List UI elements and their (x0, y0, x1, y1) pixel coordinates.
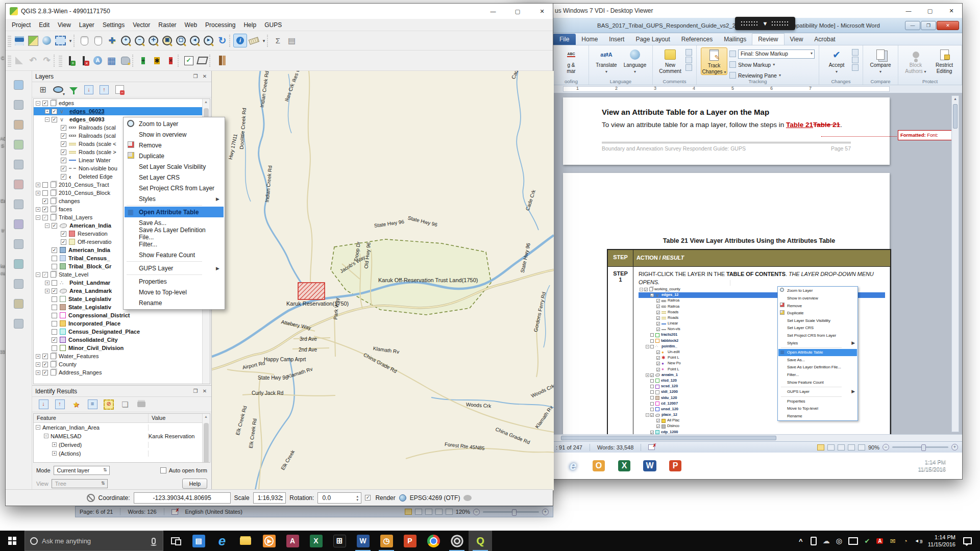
ribbon-tab[interactable]: Home (576, 34, 603, 45)
context-menu-item[interactable]: Show in overview (125, 129, 224, 140)
translate-button[interactable]: Translate▾ (593, 47, 620, 74)
context-menu-item[interactable]: Properties (125, 276, 224, 287)
expander-icon[interactable] (36, 207, 40, 212)
zoom-in-button[interactable]: + (542, 509, 549, 515)
add-group-icon[interactable] (37, 84, 48, 95)
sep[interactable] (54, 55, 58, 67)
context-menu-item[interactable]: Save As Layer Definition File... (125, 228, 224, 239)
menu-item[interactable]: Web (181, 20, 201, 30)
word-close-button[interactable]: ✕ (937, 21, 959, 30)
outlook-tray-icon[interactable] (902, 537, 909, 545)
previous-comment-icon[interactable] (685, 57, 692, 63)
layer-checkbox[interactable] (42, 354, 48, 359)
layer-checkbox[interactable] (52, 223, 57, 229)
paste-feature-icon[interactable] (12, 237, 26, 251)
stop-edit-icon[interactable] (77, 54, 91, 67)
identify-row[interactable]: NAMELSADKaruk Reservation (34, 432, 210, 440)
layer-checkbox[interactable] (42, 198, 48, 204)
expander-icon[interactable] (36, 354, 40, 359)
layer-row[interactable]: Consolidated_City (34, 336, 210, 344)
merge-icon[interactable] (12, 297, 26, 311)
collapse-tree-icon[interactable] (54, 398, 66, 411)
layer-checkbox[interactable] (42, 362, 48, 367)
layer-checkbox[interactable] (52, 256, 57, 261)
menu-item[interactable]: View (54, 20, 75, 30)
layer-checkbox[interactable] (61, 231, 66, 237)
layer-checkbox[interactable] (42, 272, 48, 278)
vdi-taskbar-icon[interactable] (589, 456, 609, 476)
web-layout-view-button[interactable] (838, 444, 845, 450)
taskbar-app[interactable] (281, 531, 304, 551)
statistics-icon[interactable] (271, 34, 285, 47)
reject-icon[interactable] (852, 49, 859, 56)
taskbar-app[interactable] (469, 531, 492, 551)
remove-layer-icon[interactable] (114, 84, 125, 95)
menu-item[interactable]: Raster (154, 20, 180, 30)
layer-checkbox[interactable] (61, 133, 66, 139)
sep[interactable] (132, 55, 136, 67)
pan-to-selection-icon[interactable] (105, 34, 119, 47)
grip[interactable] (8, 35, 11, 47)
layer-checkbox[interactable] (61, 239, 66, 245)
layer-checkbox[interactable] (42, 182, 48, 188)
task-view-button[interactable] (163, 531, 187, 551)
touch-icon[interactable] (78, 34, 91, 47)
zoom-out-button[interactable]: − (883, 444, 889, 450)
taskbar-app[interactable] (328, 531, 351, 551)
identify-row[interactable]: (Derived) (34, 440, 210, 449)
layer-checkbox[interactable] (42, 370, 48, 375)
layer-checkbox[interactable] (42, 101, 48, 106)
formatted-comment-callout[interactable]: Formatted: Font: (898, 130, 957, 140)
zoom-layer-icon[interactable] (174, 34, 188, 47)
vdi-taskbar-icon[interactable] (665, 456, 685, 476)
rotation-input[interactable]: 0.0 (317, 492, 361, 504)
chevron-up-icon[interactable] (797, 537, 804, 545)
expander-icon[interactable] (44, 434, 48, 438)
new-map-icon[interactable] (26, 34, 40, 47)
expander-icon[interactable] (36, 362, 40, 367)
coordinate-input[interactable]: -123.39034,41.80695 (134, 492, 231, 504)
word-horizontal-scrollbar[interactable] (515, 434, 962, 441)
zoom-slider[interactable] (892, 446, 948, 448)
zoom-full-icon[interactable] (146, 34, 160, 47)
expand-all-icon[interactable] (83, 84, 94, 95)
sep[interactable] (74, 35, 78, 47)
layer-checkbox[interactable] (61, 166, 66, 171)
context-menu-item[interactable]: Set Layer CRS (125, 172, 224, 183)
measure-icon[interactable] (12, 78, 26, 92)
citrix-tray-icon[interactable] (836, 537, 843, 545)
value-column-header[interactable]: Value (149, 414, 210, 422)
context-menu-item[interactable]: Show Feature Count (125, 249, 224, 260)
collapse-all-icon[interactable] (99, 84, 110, 95)
crs-globe-icon[interactable] (399, 494, 406, 502)
expander-icon[interactable] (52, 442, 57, 447)
start-button[interactable] (0, 531, 24, 551)
context-menu-item[interactable]: Move to Top-level (125, 287, 224, 297)
vdi-taskbar-icon[interactable] (614, 456, 634, 476)
delete-point-icon[interactable] (164, 54, 178, 67)
zoom-slider[interactable] (483, 511, 539, 513)
qgis-titlebar[interactable]: QGIS 2.8.3-Wien - 49901171750 — ▢ ✕ (6, 4, 553, 19)
restrict-editing-button[interactable]: RestrictEditing (931, 47, 958, 74)
field-calculator-icon[interactable] (118, 54, 132, 67)
add-point-icon[interactable] (136, 54, 150, 67)
render-checkbox[interactable] (365, 495, 371, 500)
expander-icon[interactable] (36, 425, 40, 430)
zoom-last-icon[interactable] (188, 34, 202, 47)
vdi-taskbar-icon[interactable] (640, 456, 660, 476)
vdi-clock[interactable]: 1:14 PM11/15/2016 (918, 459, 953, 473)
float-panel-icon[interactable]: ❐ (192, 73, 199, 79)
filter-legend-icon[interactable] (68, 84, 79, 95)
layers-panel-titlebar[interactable]: Layers ❐✕ (32, 71, 211, 82)
layer-row[interactable]: edges (34, 99, 210, 107)
sep[interactable] (209, 55, 213, 67)
layer-checkbox[interactable] (52, 264, 57, 269)
acrobat-icon[interactable] (876, 538, 884, 544)
draft-view-button[interactable] (858, 444, 865, 450)
form-view-icon[interactable] (86, 398, 99, 411)
modify-point-icon[interactable] (150, 54, 164, 67)
layer-row[interactable]: Address_Ranges (34, 368, 210, 377)
onedrive-icon[interactable] (823, 537, 830, 545)
simplify-icon[interactable] (12, 277, 26, 291)
layer-checkbox[interactable] (61, 174, 66, 180)
